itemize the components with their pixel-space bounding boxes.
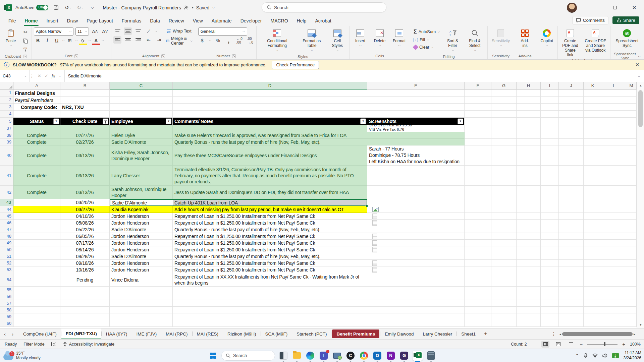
align-left-icon[interactable]: [113, 36, 121, 44]
cell-employee[interactable]: Kisha Friley, Sarah Johnson, Dominique H…: [110, 145, 173, 166]
column-header-H[interactable]: H: [517, 82, 541, 89]
cell[interactable]: [491, 186, 517, 199]
merge-center-button[interactable]: Merge & Center⌵: [165, 36, 194, 46]
row-header-54[interactable]: 54: [0, 273, 13, 287]
row-header-39[interactable]: 39: [0, 139, 13, 145]
cell-notes[interactable]: Repayment of Loan in $1,250.00 Installme…: [173, 240, 367, 246]
cell-screenshots[interactable]: STD STD Post Tax 23.50VIS Vis Pre Tax 6.…: [367, 125, 465, 132]
table-header-check-date[interactable]: Check Date: [60, 118, 110, 125]
cell[interactable]: [584, 233, 602, 240]
cell-status[interactable]: Complete: [13, 139, 60, 145]
cell[interactable]: [541, 118, 559, 125]
cell-employee[interactable]: Jordon Henderson: [110, 246, 173, 253]
cell-screenshots[interactable]: [367, 132, 465, 139]
cell[interactable]: [626, 118, 637, 125]
row-header-37[interactable]: 37: [0, 125, 13, 132]
row-header-5[interactable]: 5: [0, 118, 13, 125]
cell-screenshots[interactable]: [367, 266, 465, 273]
share-button[interactable]: Share: [612, 16, 639, 24]
cell-employee[interactable]: Sadie D'Alimonte: [110, 199, 173, 206]
cell[interactable]: [110, 111, 173, 118]
cell[interactable]: [517, 293, 541, 300]
font-name-select[interactable]: Aptos Narrow⌵: [34, 27, 73, 36]
cell[interactable]: [541, 206, 559, 213]
image-icon[interactable]: [372, 207, 379, 212]
hidden-icons-chevron-icon[interactable]: ⌃: [576, 353, 579, 358]
cell-employee[interactable]: Jordon Henderson: [110, 260, 173, 266]
menu-tab-home[interactable]: Home: [20, 15, 42, 26]
cell[interactable]: [541, 240, 559, 246]
cell[interactable]: [584, 313, 602, 320]
row-header-3[interactable]: 3: [0, 104, 13, 111]
cell[interactable]: [173, 111, 367, 118]
cell-employee[interactable]: Jordon Henderson: [110, 266, 173, 273]
cell-employee[interactable]: Jordon Henderson: [110, 233, 173, 240]
cell[interactable]: [465, 206, 491, 213]
cell[interactable]: [602, 199, 626, 206]
cell[interactable]: [367, 287, 465, 293]
cell[interactable]: [491, 266, 517, 273]
menu-tab-review[interactable]: Review: [164, 15, 189, 26]
cell[interactable]: [465, 118, 491, 125]
cell[interactable]: [367, 307, 465, 313]
cell-check-date[interactable]: 03/13/26: [60, 145, 110, 166]
sort-filter-button[interactable]: AZ Sort & Filter⌵: [443, 27, 462, 54]
taskbar-app-app-window[interactable]: [278, 351, 288, 361]
cell[interactable]: [584, 166, 602, 186]
cell[interactable]: [602, 226, 626, 233]
saved-chevron-icon[interactable]: ⌵: [212, 6, 214, 9]
cell[interactable]: [559, 246, 584, 253]
cell[interactable]: [465, 240, 491, 246]
cell-check-date[interactable]: 08/28/26: [60, 253, 110, 260]
cell[interactable]: [491, 132, 517, 139]
format-cells-button[interactable]: Format⌵: [390, 27, 408, 49]
cell-status[interactable]: [13, 246, 60, 253]
filter-button-D[interactable]: ▼: [360, 118, 366, 124]
screenshot-thumbnail[interactable]: [372, 247, 377, 252]
cell[interactable]: [584, 300, 602, 307]
sheet-tab-haa-6y7-[interactable]: HAA (6Y7): [102, 328, 132, 339]
cell-check-date[interactable]: 09/18/26: [60, 260, 110, 266]
cell[interactable]: [626, 246, 637, 253]
redo-button[interactable]: ↻⌄: [76, 3, 85, 12]
cell-notes[interactable]: Quarterly Bonus - runs the last pay of m…: [173, 226, 367, 233]
column-header-I[interactable]: I: [541, 82, 559, 89]
cell[interactable]: [602, 287, 626, 293]
hscroll-right-icon[interactable]: ▸: [634, 332, 635, 336]
save-icon[interactable]: [52, 3, 60, 12]
cell-employee[interactable]: [110, 125, 173, 132]
cell[interactable]: [584, 206, 602, 213]
horizontal-scrollbar[interactable]: ◂ ▸: [559, 331, 635, 337]
cell-status[interactable]: [13, 253, 60, 260]
cell[interactable]: [60, 89, 110, 97]
taskbar-app-outlook[interactable]: O: [372, 351, 382, 361]
cell[interactable]: [465, 132, 491, 139]
cell-employee[interactable]: Jordon Henderson: [110, 220, 173, 226]
cell[interactable]: [110, 300, 173, 307]
cell[interactable]: [541, 287, 559, 293]
align-top-icon[interactable]: [113, 27, 121, 35]
increase-indent-icon[interactable]: ⇥: [155, 36, 163, 44]
sheet-tab-fdi-nr2-txu-[interactable]: FDI (NR2-TXU): [61, 328, 101, 339]
cell[interactable]: [517, 287, 541, 293]
cell[interactable]: [559, 132, 584, 139]
screenshot-thumbnail[interactable]: [372, 214, 377, 219]
cell[interactable]: [13, 293, 60, 300]
cell[interactable]: [541, 273, 559, 287]
cell[interactable]: [541, 220, 559, 226]
create-pdf-share-outlook-button[interactable]: Create PDF and Share via Outlook: [583, 27, 608, 54]
cell[interactable]: [559, 111, 584, 118]
orientation-icon[interactable]: ⟋: [145, 27, 153, 35]
cell[interactable]: [626, 293, 637, 300]
cell[interactable]: [465, 260, 491, 266]
cell[interactable]: [584, 132, 602, 139]
cell[interactable]: [491, 220, 517, 226]
sheet-tab-emily-dawood[interactable]: Emily Dawood: [380, 328, 418, 339]
cell[interactable]: [173, 300, 367, 307]
cell[interactable]: [541, 320, 559, 327]
column-header-M[interactable]: M: [626, 82, 637, 89]
cell-notes[interactable]: Repayment of Loan in $1,250.00 Installme…: [173, 233, 367, 240]
cell[interactable]: [626, 226, 637, 233]
cell[interactable]: [626, 111, 637, 118]
cell-status[interactable]: [13, 266, 60, 273]
